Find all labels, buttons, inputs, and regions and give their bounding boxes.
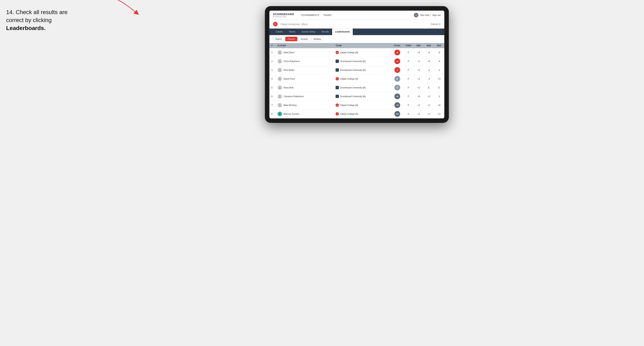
- cell-team: CClippd College [A]: [334, 101, 391, 110]
- score-badge: -8: [394, 50, 400, 55]
- team-logo-c: C: [336, 112, 339, 116]
- nav-teams[interactable]: TEAMS: [323, 13, 332, 17]
- player-avatar: [278, 94, 282, 99]
- player-name: Elliot Ebert: [284, 51, 294, 54]
- player-avatar: [278, 77, 282, 81]
- col-rd3: RD3: [434, 43, 444, 48]
- cell-rank: 4: [269, 74, 276, 83]
- svg-point-0: [279, 51, 280, 53]
- player-name: David Ford: [284, 78, 295, 80]
- filter-players[interactable]: Players: [285, 37, 297, 41]
- player-name: Chris Robertson: [284, 60, 300, 62]
- cell-rd1: +3: [414, 48, 424, 57]
- player-avatar: [278, 50, 282, 55]
- score-badge: -4: [394, 58, 400, 64]
- cell-thru: F: [404, 110, 414, 118]
- filter-strokes[interactable]: Strokes: [311, 37, 323, 41]
- team-logo-sb: ≡: [336, 60, 339, 63]
- cell-rd1: +1: [414, 66, 424, 74]
- top-nav: SCOREBOARD Powered by clippd TOURNAMENTS…: [269, 11, 444, 20]
- col-thru: THRU: [404, 43, 414, 48]
- filter-teams[interactable]: Teams: [273, 37, 284, 41]
- cell-rd2: +1: [424, 101, 434, 110]
- cell-thru: F: [404, 74, 414, 83]
- table-row: 1Elliot EbertCClippd College [A]-8F+3-6-…: [269, 48, 444, 57]
- cell-rd2: +7: [424, 110, 434, 118]
- svg-point-4: [279, 87, 280, 88]
- table-row: 4David FordCClippd College [A]EF+1-4+3: [269, 74, 444, 83]
- col-player: PLAYER: [276, 43, 334, 48]
- cell-team: ≡Scoreboard University [A]: [334, 57, 391, 66]
- cell-team: CClippd College [A]: [334, 48, 391, 57]
- tab-teams[interactable]: Teams: [286, 28, 298, 35]
- player-name: Marcus Turners: [284, 113, 299, 115]
- cell-rd1: +5: [414, 92, 424, 101]
- cell-rd2: E: [424, 83, 434, 92]
- tournament-header: C Clippd Invitational (Men) Cancel ✕: [269, 20, 444, 28]
- tab-leaderboards[interactable]: Leaderboards: [332, 28, 353, 35]
- team-logo-c: C: [336, 51, 339, 54]
- svg-point-6: [279, 104, 280, 105]
- player-name: Rich Butler: [284, 69, 295, 71]
- col-team: TEAM: [334, 43, 383, 48]
- table-row: 8👤Marcus TurnersCClippd College [A]+11F+…: [269, 110, 444, 118]
- team-name: Scoreboard University [A]: [340, 69, 366, 71]
- team-logo-sb: ≡: [336, 86, 339, 89]
- cell-thru: F: [404, 83, 414, 92]
- tab-course-setup[interactable]: Course Setup: [299, 28, 318, 35]
- sub-nav: Details Teams Course Setup Results Leade…: [269, 28, 444, 35]
- cell-player: Blair McHarg: [276, 101, 334, 110]
- cell-rd3: -4: [434, 57, 444, 66]
- cell-total: -8: [391, 48, 404, 57]
- cell-rank: 3: [269, 66, 276, 74]
- cell-rank: 6: [269, 92, 276, 101]
- cancel-button[interactable]: Cancel ✕: [431, 23, 440, 25]
- cell-player: Rees Britt: [276, 83, 334, 92]
- leaderboard-table: # PLAYER TEAM TOTAL THRU RD1 RD2 RD3 1El…: [269, 43, 444, 118]
- cell-rank: 1: [269, 48, 276, 57]
- cell-total: +9: [391, 101, 404, 110]
- cell-rd3: -1: [434, 92, 444, 101]
- score-badge: E: [394, 76, 400, 82]
- filter-scores[interactable]: Scores: [298, 37, 310, 41]
- col-rd1: RD1: [414, 43, 424, 48]
- user-avatar: TU: [414, 13, 418, 17]
- cell-team: CClippd College [A]: [334, 110, 391, 118]
- cell-thru: F: [404, 48, 414, 57]
- player-avatar: [278, 103, 282, 107]
- tab-results[interactable]: Results: [319, 28, 332, 35]
- svg-point-5: [279, 95, 280, 97]
- cell-rd2: -2: [424, 66, 434, 74]
- cell-rd2: -6: [424, 48, 434, 57]
- table-row: 5Rees Britt≡Scoreboard University [A]+1F…: [269, 83, 444, 92]
- cell-player: Chris Robertson: [276, 57, 334, 66]
- cell-rank: 5: [269, 83, 276, 92]
- player-avatar: [278, 59, 282, 63]
- svg-point-2: [279, 69, 280, 70]
- team-name: Clippd College [A]: [340, 104, 358, 106]
- cell-total: E: [391, 74, 404, 83]
- cell-rd1: -5: [414, 57, 424, 66]
- player-avatar: 👤: [278, 112, 282, 116]
- cell-rd3: -5: [434, 48, 444, 57]
- team-name: Clippd College [A]: [340, 78, 358, 80]
- col-rd2: RD2: [424, 43, 434, 48]
- cell-rd3: +6: [434, 101, 444, 110]
- sign-out-link[interactable]: Sign out: [432, 14, 440, 16]
- team-logo-sb: ≡: [336, 95, 339, 98]
- cell-rd1: +1: [414, 74, 424, 83]
- brand-logo: SCOREBOARD Powered by clippd: [273, 13, 294, 17]
- tournament-title: Clippd Invitational (Men): [280, 22, 429, 26]
- tablet-device: SCOREBOARD Powered by clippd TOURNAMENTS…: [265, 6, 449, 123]
- player-name: Cameron Robertson: [284, 95, 304, 98]
- table-row: 6Cameron Robertson≡Scoreboard University…: [269, 92, 444, 101]
- team-logo-c: C: [336, 104, 339, 107]
- team-logo-sb: ≡: [336, 68, 339, 72]
- cell-rd1: +2: [414, 110, 424, 118]
- user-name: Test User |: [420, 14, 431, 16]
- tab-details[interactable]: Details: [273, 28, 286, 35]
- svg-point-3: [279, 78, 280, 79]
- nav-tournaments[interactable]: TOURNAMENTS: [301, 13, 319, 17]
- player-avatar: [278, 85, 282, 90]
- cell-rd2: +2: [424, 92, 434, 101]
